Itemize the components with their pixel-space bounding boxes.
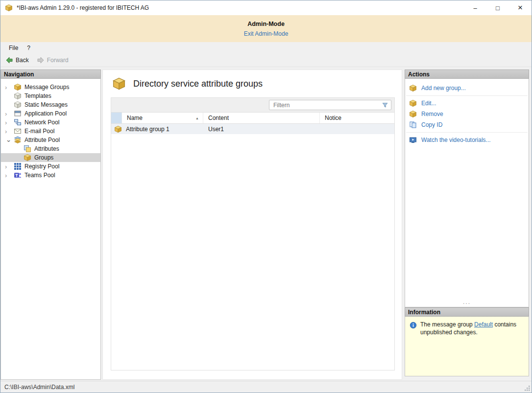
sidebar-item-groups[interactable]: Groups (1, 153, 100, 162)
tool-bar: Back Forward (0, 54, 532, 67)
menu-help[interactable]: ? (23, 43, 35, 53)
information-header: Information (405, 307, 529, 317)
chevron-right-icon[interactable]: › (5, 119, 14, 126)
page-title: Directory service attribute groups (133, 79, 263, 89)
action-label: Watch the video-tutorials... (421, 137, 491, 143)
filter-box (269, 100, 391, 110)
action-label: Add new group... (421, 85, 466, 92)
sidebar-item-application-pool[interactable]: › Application Pool (1, 109, 100, 118)
sidebar-item-network-pool[interactable]: › Network Pool (1, 118, 100, 127)
actions-overflow-indicator[interactable]: ... (405, 299, 529, 307)
message-groups-icon (14, 83, 22, 91)
sidebar-item-message-groups[interactable]: › Message Groups (1, 83, 100, 92)
chevron-right-icon[interactable]: › (5, 163, 14, 170)
information-message: The message group Default contains unpub… (420, 321, 518, 372)
sort-ascending-icon: ▲ (195, 116, 199, 120)
column-header-name[interactable]: Name ▲ (122, 113, 203, 123)
cell-name: Attribute group 1 (126, 126, 203, 133)
sidebar-item-label: Templates (24, 92, 51, 99)
back-label: Back (16, 57, 29, 64)
sidebar-item-registry-pool[interactable]: › Registry Pool (1, 162, 100, 171)
window-title: *IBI-aws Admin 1.29.0 - registered for I… (17, 4, 464, 11)
column-header-content[interactable]: Content (203, 113, 320, 123)
forward-button[interactable]: Forward (37, 56, 69, 64)
minimize-button[interactable]: – (464, 0, 486, 15)
email-pool-icon (14, 127, 22, 135)
action-label: Copy ID (421, 121, 442, 128)
add-group-icon (409, 84, 417, 92)
chevron-right-icon[interactable]: › (5, 84, 14, 91)
content-area: Navigation › Message Groups Templates St… (0, 67, 532, 381)
separator (406, 95, 528, 96)
remove-action[interactable]: Remove (405, 109, 529, 119)
sidebar-item-attribute-pool[interactable]: › Attribute Pool (1, 136, 100, 144)
actions-panel: Actions Add new group... Edit... Remove (405, 69, 529, 307)
information-panel: Information The message group Default co… (405, 307, 529, 376)
title-bar: *IBI-aws Admin 1.29.0 - registered for I… (0, 0, 532, 15)
row-selector-column-header[interactable] (111, 113, 122, 123)
right-column: Actions Add new group... Edit... Remove (405, 69, 532, 380)
templates-icon (14, 92, 22, 100)
attributes-icon (24, 145, 31, 153)
exit-admin-mode-link[interactable]: Exit Admin-Mode (244, 30, 289, 37)
table-header-row: Name ▲ Content Notice (111, 113, 394, 124)
sidebar-item-static-messages[interactable]: Static Messages (1, 100, 100, 109)
sidebar-item-email-pool[interactable]: › E-mail Pool (1, 127, 100, 136)
page-title-row: Directory service attribute groups (112, 77, 395, 91)
edit-group-icon (409, 99, 417, 107)
resize-grip[interactable] (524, 385, 531, 392)
sidebar-item-label: Registry Pool (24, 163, 59, 170)
default-message-group-link[interactable]: Default (474, 321, 493, 328)
column-label: Name (127, 115, 143, 121)
sidebar-item-label: Groups (34, 154, 53, 161)
table-row[interactable]: Attribute group 1 User1 (111, 124, 394, 134)
chevron-down-icon[interactable]: › (6, 137, 12, 145)
close-button[interactable]: × (509, 0, 532, 15)
action-label: Remove (421, 111, 443, 117)
application-pool-icon (14, 110, 22, 117)
actions-header: Actions (405, 69, 529, 79)
column-label: Notice (325, 115, 341, 121)
menu-bar: File ? (0, 42, 532, 54)
action-label: Edit... (421, 100, 436, 107)
status-bar: C:\IBI-aws\Admin\Data.xml (0, 381, 532, 393)
attribute-pool-icon (14, 136, 22, 144)
chevron-right-icon[interactable]: › (5, 111, 14, 117)
chevron-right-icon[interactable]: › (5, 128, 14, 135)
add-new-group-action[interactable]: Add new group... (405, 83, 529, 93)
back-arrow-icon (5, 56, 13, 64)
filter-funnel-icon[interactable] (382, 102, 388, 109)
sidebar-item-label: Application Pool (24, 110, 67, 117)
remove-group-icon (409, 110, 417, 118)
actions-list: Add new group... Edit... Remove Copy ID (405, 79, 529, 307)
app-icon (5, 4, 13, 12)
sidebar-item-label: E-mail Pool (24, 128, 54, 135)
sidebar-item-label: Teams Pool (24, 172, 55, 179)
sidebar-item-templates[interactable]: Templates (1, 92, 100, 100)
main-panel: Directory service attribute groups Name … (102, 69, 402, 380)
information-body: The message group Default contains unpub… (405, 317, 529, 376)
registry-pool-icon (14, 162, 22, 170)
filter-row (111, 98, 394, 113)
filter-input[interactable] (273, 102, 382, 109)
sidebar-item-teams-pool[interactable]: › Teams Pool (1, 171, 100, 180)
groups-list-view: Name ▲ Content Notice Attribute group 1 … (111, 97, 395, 370)
navigation-header: Navigation (0, 69, 101, 79)
watch-video-tutorials-action[interactable]: Watch the video-tutorials... (405, 135, 529, 145)
groups-icon (24, 154, 31, 162)
sidebar-item-attributes[interactable]: Attributes (1, 144, 100, 153)
column-header-notice[interactable]: Notice (320, 113, 394, 123)
menu-file[interactable]: File (4, 43, 23, 53)
admin-mode-title: Admin-Mode (0, 21, 532, 27)
application-window: { "colors": { "link_blue": "#3273b8", "b… (0, 0, 532, 393)
cell-content: User1 (203, 126, 320, 133)
sidebar-item-label: Static Messages (24, 101, 68, 108)
static-messages-icon (14, 101, 22, 109)
maximize-button[interactable]: □ (486, 0, 509, 15)
chevron-right-icon[interactable]: › (5, 172, 14, 179)
navigation-panel: Navigation › Message Groups Templates St… (0, 69, 101, 380)
video-icon (409, 136, 417, 144)
back-button[interactable]: Back (5, 56, 29, 64)
copy-id-action[interactable]: Copy ID (405, 119, 529, 130)
edit-action[interactable]: Edit... (405, 98, 529, 109)
